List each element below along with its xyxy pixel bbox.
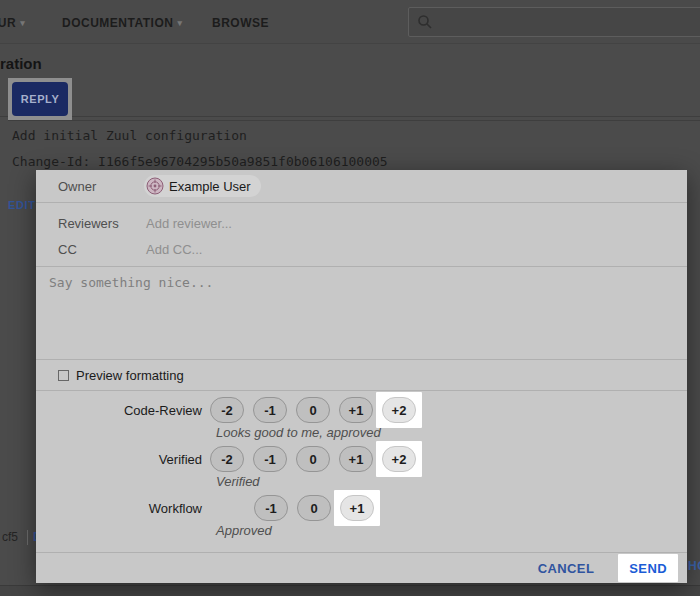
vote-description: Looks good to me, approved — [216, 425, 687, 440]
vote-highlight: +2 — [376, 392, 422, 428]
vote-code-review-+2-button[interactable]: +2 — [382, 397, 416, 423]
nav-documentation[interactable]: DOCUMENTATION▾ — [62, 16, 182, 30]
send-button[interactable]: SEND — [629, 561, 667, 576]
vote-workflow-0-button[interactable]: 0 — [297, 495, 331, 521]
dialog-footer: CANCEL SEND — [36, 552, 687, 583]
vote-verified--1-button[interactable]: -1 — [253, 446, 287, 472]
vote-options: -10+1 — [254, 495, 383, 521]
chevron-down-icon: ▾ — [20, 18, 25, 28]
search-input[interactable] — [408, 7, 700, 37]
vote-rows: Code-Review-2-10+1+2Looks good to me, ap… — [36, 391, 687, 543]
page-footer-strip — [0, 585, 700, 596]
comment-placeholder: Say something nice... — [49, 275, 213, 290]
vote-verified-0-button[interactable]: 0 — [296, 446, 330, 472]
background-divider — [8, 120, 700, 121]
cc-label: CC — [58, 242, 77, 257]
vote-code-review--1-button[interactable]: -1 — [253, 397, 287, 423]
reply-dialog: Owner Example User Reviewers Add reviewe… — [36, 170, 687, 583]
vote-label: Verified — [36, 452, 210, 467]
commit-hash-fragment: cf5 — [2, 530, 18, 544]
owner-label: Owner — [58, 179, 96, 194]
reply-button-highlight: REPLY — [8, 78, 72, 120]
reply-button[interactable]: REPLY — [12, 82, 68, 116]
vote-row-verified: Verified-2-10+1+2 — [36, 446, 687, 472]
avatar-icon — [146, 177, 164, 195]
background-divider — [0, 116, 700, 117]
owner-name: Example User — [169, 179, 251, 194]
nav-menu-fragment[interactable]: OUR▾ — [0, 16, 25, 30]
reviewers-label: Reviewers — [58, 216, 119, 231]
search-icon — [417, 14, 433, 30]
vote-workflow-+1-button[interactable]: +1 — [340, 495, 374, 521]
top-app-bar: OUR▾ DOCUMENTATION▾ BROWSE — [0, 0, 700, 44]
cancel-button[interactable]: CANCEL — [538, 561, 595, 576]
vote-row-workflow: Workflow-10+1 — [36, 495, 687, 521]
vote-label: Workflow — [36, 501, 210, 516]
send-button-highlight: SEND — [618, 554, 678, 582]
commit-change-id: Change-Id: I166f5e96704295b50a9851f0b061… — [12, 154, 388, 169]
chevron-down-icon: ▾ — [177, 18, 182, 28]
background-link-fragment[interactable]: HO — [688, 559, 700, 573]
vote-verified-+2-button[interactable]: +2 — [382, 446, 416, 472]
nav-browse[interactable]: BROWSE — [212, 16, 269, 30]
dialog-divider — [36, 202, 687, 203]
owner-chip[interactable]: Example User — [144, 175, 261, 197]
edit-link[interactable]: EDIT — [8, 199, 35, 211]
vote-verified-+1-button[interactable]: +1 — [339, 446, 373, 472]
vote-options: -2-10+1+2 — [210, 397, 425, 423]
preview-formatting-label: Preview formatting — [76, 368, 184, 383]
vertical-divider — [27, 530, 28, 545]
preview-formatting-checkbox[interactable] — [58, 370, 69, 381]
vote-code-review-+1-button[interactable]: +1 — [339, 397, 373, 423]
comment-textarea[interactable]: Say something nice... — [36, 266, 687, 360]
commit-subject: Add initial Zuul configuration — [12, 128, 247, 143]
vote-workflow--1-button[interactable]: -1 — [254, 495, 288, 521]
vote-row-code-review: Code-Review-2-10+1+2 — [36, 397, 687, 423]
vote-description: Approved — [216, 523, 687, 538]
vote-label: Code-Review — [36, 403, 210, 418]
vote-highlight: +2 — [376, 441, 422, 477]
page-title-fragment: ration — [0, 55, 42, 72]
vote-highlight: +1 — [334, 490, 380, 526]
vote-verified--2-button[interactable]: -2 — [210, 446, 244, 472]
vote-options: -2-10+1+2 — [210, 446, 425, 472]
add-cc-input[interactable]: Add CC... — [146, 242, 202, 257]
vote-code-review--2-button[interactable]: -2 — [210, 397, 244, 423]
add-reviewer-input[interactable]: Add reviewer... — [146, 216, 232, 231]
vote-description: Verified — [216, 474, 687, 489]
vote-code-review-0-button[interactable]: 0 — [296, 397, 330, 423]
